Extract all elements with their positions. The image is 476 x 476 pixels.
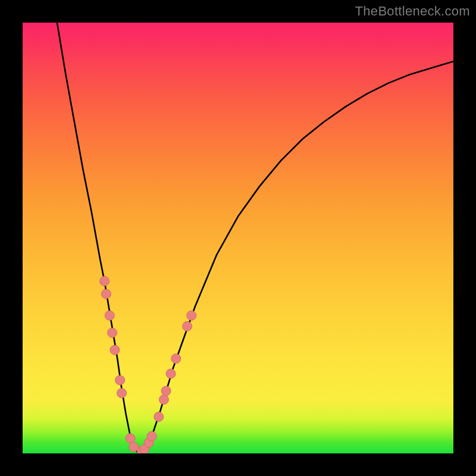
watermark-text: TheBottleneck.com bbox=[355, 4, 470, 19]
data-point bbox=[171, 354, 181, 364]
data-point bbox=[117, 389, 127, 398]
data-point bbox=[101, 289, 111, 299]
bottleneck-curve bbox=[57, 23, 453, 453]
data-point bbox=[110, 345, 120, 355]
data-point bbox=[147, 431, 156, 441]
dots-group bbox=[100, 276, 196, 453]
curve-group bbox=[57, 23, 453, 453]
data-point bbox=[166, 369, 176, 378]
data-point bbox=[126, 434, 135, 443]
data-point bbox=[161, 386, 171, 396]
plot-area bbox=[23, 23, 453, 453]
data-point bbox=[108, 328, 117, 337]
data-point bbox=[154, 412, 164, 421]
data-point bbox=[183, 321, 192, 331]
data-point bbox=[115, 375, 125, 385]
data-point bbox=[100, 276, 109, 286]
data-point bbox=[187, 311, 196, 320]
data-point bbox=[105, 311, 114, 320]
chart-frame: TheBottleneck.com bbox=[0, 0, 476, 476]
data-point bbox=[159, 395, 168, 405]
chart-svg bbox=[23, 23, 453, 453]
